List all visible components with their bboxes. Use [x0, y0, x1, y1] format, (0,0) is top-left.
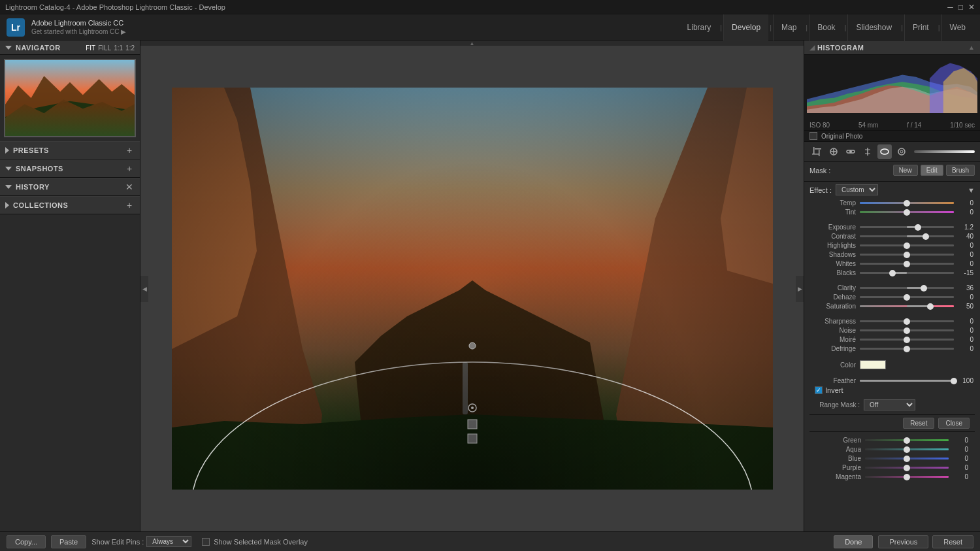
- blacks-track[interactable]: [860, 272, 954, 274]
- right-panel-collapse[interactable]: ▶: [796, 276, 804, 302]
- presets-header[interactable]: Presets +: [0, 141, 140, 159]
- temp-track[interactable]: [860, 202, 954, 204]
- close-btn[interactable]: ✕: [968, 3, 975, 12]
- tint-track[interactable]: [860, 211, 954, 213]
- dehaze-track[interactable]: [860, 296, 954, 298]
- shadows-track[interactable]: [860, 254, 954, 256]
- blue-thumb[interactable]: [904, 456, 910, 462]
- clarity-track[interactable]: [860, 287, 954, 289]
- noise-thumb[interactable]: [904, 327, 910, 334]
- purple-track[interactable]: [865, 467, 949, 469]
- navigator-header[interactable]: Navigator FIT FILL 1:1 1:2: [0, 41, 140, 55]
- clarity-thumb[interactable]: [921, 285, 927, 292]
- previous-btn[interactable]: Previous: [878, 535, 928, 548]
- top-collapse-bar[interactable]: ▲: [140, 41, 804, 46]
- temp-thumb[interactable]: [904, 200, 910, 207]
- range-mask-select[interactable]: Off Luminance Color: [864, 399, 915, 410]
- radial-tool[interactable]: [877, 144, 892, 159]
- sharpness-track[interactable]: [860, 320, 954, 322]
- brush-tool[interactable]: [894, 144, 909, 159]
- mask-edit-btn[interactable]: Edit: [921, 165, 943, 176]
- histogram-header[interactable]: ◢ Histogram ▲: [804, 41, 980, 55]
- snapshots-header[interactable]: Snapshots +: [0, 159, 140, 178]
- module-book[interactable]: Book: [809, 14, 843, 41]
- defringe-track[interactable]: [860, 348, 954, 350]
- gradient-tool[interactable]: [860, 144, 875, 159]
- defringe-thumb[interactable]: [904, 346, 910, 352]
- heal-tool[interactable]: [826, 144, 841, 159]
- module-library[interactable]: Library: [679, 14, 719, 41]
- adobe-tagline[interactable]: Get started with Lightroom CC ▶: [31, 27, 126, 36]
- whites-track[interactable]: [860, 263, 954, 265]
- effect-dropdown[interactable]: Custom: [836, 184, 878, 195]
- noise-track[interactable]: [860, 329, 954, 331]
- module-print[interactable]: Print: [904, 14, 937, 41]
- contrast-thumb[interactable]: [923, 233, 929, 240]
- crop-tool[interactable]: [809, 144, 824, 159]
- photo-container[interactable]: ◀ ▶: [140, 46, 804, 531]
- tone-curve-slider[interactable]: [914, 150, 975, 153]
- history-header[interactable]: History ✕: [0, 178, 140, 196]
- panel-close-btn[interactable]: Close: [938, 418, 970, 429]
- exposure-thumb[interactable]: [915, 224, 921, 231]
- zoom-fill[interactable]: FILL: [98, 44, 111, 52]
- blue-track[interactable]: [865, 458, 949, 459]
- magenta-thumb[interactable]: [904, 474, 910, 480]
- sharpness-thumb[interactable]: [904, 318, 910, 325]
- left-panel-collapse[interactable]: ◀: [140, 276, 148, 302]
- nav-image[interactable]: [4, 59, 136, 137]
- zoom-fit[interactable]: FIT: [86, 44, 95, 52]
- saturation-track[interactable]: [860, 305, 954, 307]
- mask-new-btn[interactable]: New: [893, 165, 918, 176]
- redeye-tool[interactable]: [843, 144, 858, 159]
- module-web[interactable]: Web: [941, 14, 973, 41]
- snapshots-add-btn[interactable]: +: [124, 163, 135, 174]
- whites-thumb[interactable]: [904, 261, 910, 267]
- paste-btn[interactable]: Paste: [51, 535, 86, 548]
- dehaze-thumb[interactable]: [904, 294, 910, 301]
- color-swatch[interactable]: [860, 360, 886, 369]
- module-develop[interactable]: Develop: [723, 14, 768, 41]
- done-btn[interactable]: Done: [834, 535, 873, 548]
- magenta-track[interactable]: [865, 476, 949, 478]
- highlights-track[interactable]: [860, 244, 954, 246]
- feather-thumb[interactable]: [951, 378, 957, 384]
- blacks-thumb[interactable]: [889, 270, 896, 276]
- presets-add-btn[interactable]: +: [124, 145, 135, 156]
- collections-header[interactable]: Collections +: [0, 196, 140, 214]
- exposure-track[interactable]: [860, 226, 954, 228]
- invert-checkbox[interactable]: ✓: [815, 386, 823, 394]
- window-controls[interactable]: ─ □ ✕: [947, 3, 975, 12]
- saturation-thumb[interactable]: [927, 303, 934, 310]
- maximize-btn[interactable]: □: [958, 3, 963, 12]
- module-slideshow[interactable]: Slideshow: [847, 14, 900, 41]
- history-clear-btn[interactable]: ✕: [124, 182, 135, 192]
- aqua-thumb[interactable]: [904, 446, 910, 453]
- orig-photo-checkbox[interactable]: [809, 132, 817, 140]
- tint-thumb[interactable]: [904, 209, 910, 216]
- feather-track[interactable]: [860, 380, 954, 382]
- zoom-1-1[interactable]: 1:1: [114, 44, 123, 52]
- collections-add-btn[interactable]: +: [124, 200, 135, 210]
- moire-track[interactable]: [860, 339, 954, 341]
- contrast-track[interactable]: [860, 235, 954, 237]
- highlights-thumb[interactable]: [904, 242, 910, 249]
- panel-reset-btn[interactable]: Reset: [903, 418, 934, 429]
- copy-btn[interactable]: Copy...: [7, 535, 46, 548]
- effect-expand-btn[interactable]: ▼: [968, 186, 975, 194]
- aqua-track[interactable]: [865, 448, 949, 450]
- main-photo[interactable]: [172, 88, 773, 490]
- minimize-btn[interactable]: ─: [947, 3, 953, 12]
- reset-btn[interactable]: Reset: [932, 535, 973, 548]
- zoom-1-2[interactable]: 1:2: [125, 44, 135, 52]
- shadows-thumb[interactable]: [904, 252, 910, 258]
- green-thumb[interactable]: [904, 437, 910, 444]
- histogram-expand-icon[interactable]: ▲: [968, 44, 975, 51]
- pins-dropdown[interactable]: Always Selected Never: [146, 536, 191, 547]
- purple-thumb[interactable]: [904, 465, 910, 471]
- mask-brush-btn[interactable]: Brush: [946, 165, 975, 176]
- moire-thumb[interactable]: [904, 337, 910, 343]
- module-map[interactable]: Map: [773, 14, 804, 41]
- green-track[interactable]: [865, 439, 949, 441]
- mask-overlay-checkbox[interactable]: [202, 538, 210, 546]
